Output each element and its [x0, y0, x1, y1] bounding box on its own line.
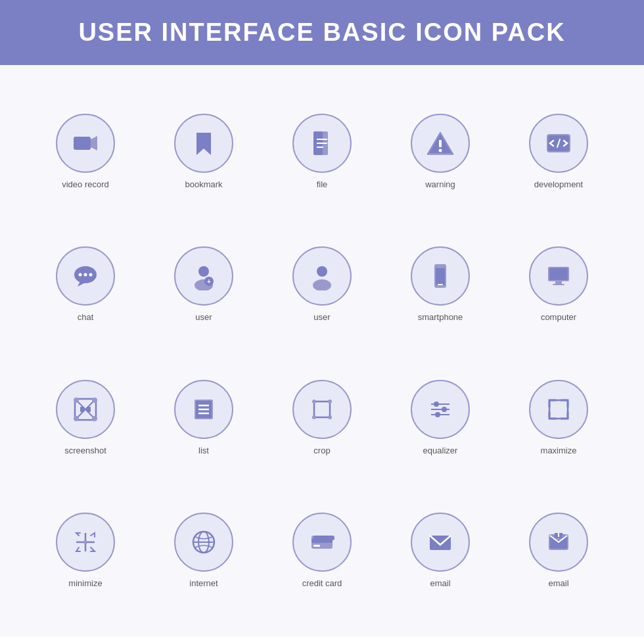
email-1-circle: [411, 513, 470, 572]
video-record-circle: [56, 114, 115, 173]
smartphone-icon: [426, 262, 455, 290]
development-label: development: [534, 179, 583, 189]
bookmark-label: bookmark: [185, 179, 222, 189]
credit-card-label: credit card: [302, 578, 342, 588]
list-icon: [189, 395, 218, 424]
internet-item: internet: [154, 513, 253, 588]
svg-rect-10: [439, 140, 442, 147]
computer-icon: [544, 262, 573, 290]
chat-icon: [71, 262, 100, 290]
screenshot-icon: [71, 395, 100, 424]
svg-rect-28: [438, 284, 443, 285]
chat-item: chat: [36, 246, 135, 322]
equalizer-icon: [426, 395, 455, 424]
warning-icon: [426, 129, 455, 158]
svg-rect-31: [549, 268, 568, 280]
maximize-circle: [529, 380, 588, 439]
svg-point-18: [84, 273, 87, 277]
equalizer-label: equalizer: [423, 446, 458, 455]
svg-rect-32: [555, 281, 562, 284]
maximize-label: maximize: [541, 446, 577, 455]
development-icon: [544, 129, 573, 158]
svg-point-24: [317, 266, 327, 277]
equalizer-circle: [411, 380, 470, 439]
bookmark-item: bookmark: [154, 114, 253, 189]
file-item: file: [273, 114, 371, 189]
user-2-circle: [292, 246, 352, 306]
email-2-icon: [544, 528, 573, 557]
svg-point-17: [79, 273, 82, 277]
credit-card-circle: [292, 513, 352, 572]
svg-point-19: [89, 273, 93, 277]
svg-rect-33: [553, 284, 564, 285]
svg-rect-69: [313, 536, 334, 540]
maximize-icon: [544, 395, 573, 424]
warning-circle: [411, 114, 470, 173]
svg-rect-29: [436, 265, 445, 268]
icon-row-2: chat + user user: [26, 246, 618, 322]
svg-rect-59: [549, 400, 568, 419]
svg-point-50: [328, 400, 332, 403]
email-1-item: email: [391, 513, 490, 588]
screenshot-label: screenshot: [64, 446, 106, 455]
svg-point-57: [442, 407, 447, 412]
svg-rect-68: [313, 545, 320, 547]
video-record-icon: [71, 129, 100, 158]
svg-point-25: [313, 279, 331, 290]
credit-card-item: credit card: [273, 513, 371, 588]
crop-label: crop: [313, 446, 330, 455]
smartphone-item: smartphone: [391, 246, 490, 322]
list-label: list: [198, 446, 209, 455]
minimize-circle: [56, 513, 115, 572]
svg-rect-0: [74, 137, 91, 150]
svg-point-11: [439, 149, 442, 152]
video-record-label: video record: [62, 179, 109, 189]
icon-row-3: screenshot list: [26, 380, 618, 455]
credit-card-icon: [308, 528, 336, 557]
svg-point-58: [435, 412, 440, 417]
user-1-circle: +: [174, 246, 233, 306]
chat-label: chat: [78, 312, 94, 322]
svg-point-38: [92, 398, 97, 403]
user-2-item: user: [273, 246, 371, 322]
user-1-label: user: [195, 312, 212, 322]
email-2-circle: [529, 513, 588, 572]
crop-item: crop: [273, 380, 371, 455]
svg-rect-41: [80, 407, 84, 412]
file-label: file: [317, 179, 328, 189]
svg-point-40: [92, 416, 97, 421]
file-icon: [308, 129, 336, 158]
svg-rect-42: [87, 407, 91, 412]
svg-point-56: [434, 402, 439, 407]
list-circle: [174, 380, 233, 439]
computer-item: computer: [509, 246, 608, 322]
svg-marker-2: [196, 133, 211, 155]
icon-grid: video record bookmark file: [0, 65, 644, 637]
minimize-label: minimize: [68, 578, 102, 588]
minimize-icon: [71, 528, 100, 557]
smartphone-circle: [411, 246, 470, 306]
svg-point-20: [198, 266, 209, 277]
email-1-icon: [426, 528, 455, 557]
svg-point-39: [74, 416, 79, 421]
video-record-item: video record: [36, 114, 135, 189]
internet-icon: [189, 528, 218, 557]
email-2-item: email: [509, 513, 608, 588]
file-circle: [292, 114, 352, 173]
svg-point-62: [83, 540, 87, 544]
warning-label: warning: [425, 179, 455, 189]
svg-point-51: [312, 415, 316, 419]
user-2-label: user: [313, 312, 330, 322]
minimize-item: minimize: [36, 513, 135, 588]
email-1-label: email: [430, 578, 450, 588]
internet-circle: [174, 513, 233, 572]
page-title: USER INTERFACE BASIC ICON PACK: [78, 18, 565, 47]
icon-row-4: minimize internet: [26, 513, 618, 588]
page-header: USER INTERFACE BASIC ICON PACK: [0, 0, 644, 65]
user-2-icon: [308, 262, 336, 290]
email-2-label: email: [548, 578, 568, 588]
list-item: list: [154, 380, 253, 455]
maximize-item: maximize: [509, 380, 608, 455]
equalizer-item: equalizer: [391, 380, 490, 455]
user-1-item: + user: [154, 246, 253, 322]
